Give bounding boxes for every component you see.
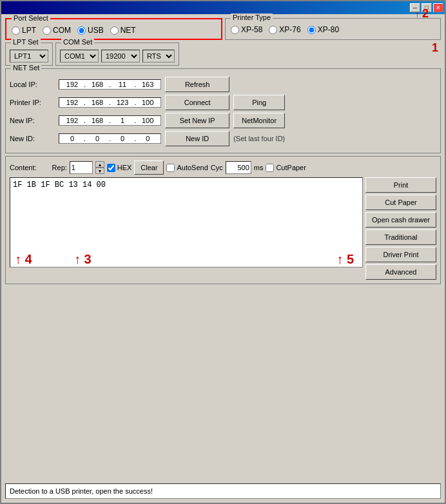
new-ip-oct1[interactable] xyxy=(62,117,82,124)
cyc-label: Cyc xyxy=(211,164,223,171)
port-usb-radio[interactable]: USB xyxy=(77,26,104,35)
main-window: ─ □ ✕ Port Select LPT COM USB xyxy=(0,0,446,504)
auto-send-checkbox-label[interactable]: AutoSend xyxy=(166,164,208,172)
new-id-f1[interactable] xyxy=(62,135,82,142)
close-button[interactable]: ✕ xyxy=(433,3,443,12)
content-section: Content: Rep: ▲ ▼ HEX Clear AutoSend Cyc… xyxy=(5,156,441,284)
lpt-select[interactable]: LPT1 xyxy=(10,50,48,63)
clear-button[interactable]: Clear xyxy=(134,160,164,175)
annotation-1: 1 xyxy=(432,41,438,55)
rep-label: Rep: xyxy=(52,164,67,171)
bottom-row: 1F 1B 1F BC 13 14 00 ↑ 4 ↑ 3 ↑ 5 Print C… xyxy=(10,177,436,280)
printer-ip-oct2[interactable] xyxy=(87,99,108,106)
maximize-button[interactable]: □ xyxy=(422,3,432,12)
cut-paper-checkbox-label[interactable]: CutPaper xyxy=(266,164,305,172)
port-net-radio[interactable]: NET xyxy=(110,26,136,35)
baud-rate-select[interactable]: 19200 xyxy=(101,50,140,63)
lpt-set-label: LPT Set xyxy=(11,38,41,46)
new-id-f2[interactable] xyxy=(87,135,108,142)
com-port-select[interactable]: COM1 xyxy=(60,50,99,63)
printer-ip-row: Printer IP: . . . Connect Ping xyxy=(10,95,436,110)
new-id-f4[interactable] xyxy=(137,135,158,142)
new-ip-label: New IP: xyxy=(10,117,55,124)
printer-xp80-radio[interactable]: XP-80 xyxy=(307,25,339,34)
port-select-label: Port Select xyxy=(12,14,50,22)
new-ip-oct4[interactable] xyxy=(137,117,158,124)
advanced-button[interactable]: Advanced xyxy=(365,264,436,280)
ms-label: ms xyxy=(254,164,264,171)
printer-xp76-radio[interactable]: XP-76 xyxy=(269,25,300,34)
local-ip-oct1[interactable] xyxy=(62,81,82,88)
rep-down-button[interactable]: ▼ xyxy=(95,168,104,174)
lpt-com-row: LPT Set LPT1 COM Set COM1 19200 RTS 1 xyxy=(5,43,441,66)
cut-paper-button[interactable]: Cut Paper xyxy=(365,195,436,210)
printer-ip-oct4[interactable] xyxy=(137,99,158,106)
printer-type-group: Printer Type XP-58 XP-76 XP-80 ↑ 2 xyxy=(225,18,441,40)
flow-control-select[interactable]: RTS xyxy=(142,50,175,63)
new-id-row: New ID: . . . New ID (Set last four ID) xyxy=(10,131,436,146)
status-text: Detection to a USB printer, open the suc… xyxy=(10,487,153,495)
com-set-group: COM Set COM1 19200 RTS xyxy=(55,43,179,66)
local-ip-oct3[interactable] xyxy=(112,81,133,88)
driver-print-button[interactable]: Driver Print xyxy=(365,247,436,262)
com-set-label: COM Set xyxy=(61,38,94,46)
open-cash-drawer-button[interactable]: Open cash drawer xyxy=(365,212,436,228)
printer-type-label: Printer Type xyxy=(231,14,273,21)
printer-ip-input-group: . . . xyxy=(59,97,161,108)
printer-ip-oct3[interactable] xyxy=(112,99,133,106)
port-lpt-radio[interactable]: LPT xyxy=(12,26,36,35)
new-id-f3[interactable] xyxy=(112,135,133,142)
refresh-button[interactable]: Refresh xyxy=(165,77,229,92)
content-textarea[interactable]: 1F 1B 1F BC 13 14 00 xyxy=(10,177,363,267)
local-ip-oct2[interactable] xyxy=(87,81,108,88)
new-id-button[interactable]: New ID xyxy=(165,131,229,146)
set-last-four-label: (Set last four ID) xyxy=(233,135,285,142)
printer-type-radio-row: XP-58 XP-76 XP-80 xyxy=(231,25,435,34)
content-controls-row: Content: Rep: ▲ ▼ HEX Clear AutoSend Cyc… xyxy=(10,160,436,175)
content-label: Content: xyxy=(10,164,37,171)
local-ip-label: Local IP: xyxy=(10,81,55,88)
net-set-label: NET Set xyxy=(11,64,41,72)
new-ip-oct2[interactable] xyxy=(87,117,108,124)
port-printer-row: Port Select LPT COM USB NET xyxy=(5,18,441,40)
new-ip-row: New IP: . . . Set New IP NetMonitor xyxy=(10,113,436,128)
port-com-radio[interactable]: COM xyxy=(43,26,71,35)
local-ip-oct4[interactable] xyxy=(137,81,158,88)
cut-paper-checkbox[interactable] xyxy=(266,164,274,172)
window-content: Port Select LPT COM USB NET xyxy=(1,14,445,291)
title-bar: ─ □ ✕ xyxy=(1,1,445,14)
action-buttons-column: Print Cut Paper Open cash drawer Traditi… xyxy=(365,177,436,280)
new-id-input-group: . . . xyxy=(59,133,161,144)
port-radio-row: LPT COM USB NET xyxy=(12,26,216,35)
printer-ip-oct1[interactable] xyxy=(62,99,82,106)
hex-checkbox-label[interactable]: HEX xyxy=(107,164,132,172)
auto-send-checkbox[interactable] xyxy=(166,164,175,172)
rep-input[interactable] xyxy=(70,161,93,174)
textarea-container: 1F 1B 1F BC 13 14 00 ↑ 4 ↑ 3 ↑ 5 xyxy=(10,177,363,280)
connect-button[interactable]: Connect xyxy=(165,95,229,110)
printer-ip-label: Printer IP: xyxy=(10,99,55,106)
local-ip-row: Local IP: . . . Refresh xyxy=(10,77,436,92)
lpt-set-group: LPT Set LPT1 xyxy=(5,43,53,66)
net-monitor-button[interactable]: NetMonitor xyxy=(233,113,285,128)
new-ip-oct3[interactable] xyxy=(112,117,133,124)
new-id-label: New ID: xyxy=(10,135,55,142)
hex-checkbox[interactable] xyxy=(107,164,115,172)
rep-spinner: ▲ ▼ xyxy=(95,161,104,174)
local-ip-input-group: . . . xyxy=(59,79,161,90)
port-select-group: Port Select LPT COM USB NET xyxy=(5,18,222,40)
print-button[interactable]: Print xyxy=(365,177,436,193)
traditional-button[interactable]: Traditional xyxy=(365,229,436,245)
set-new-ip-button[interactable]: Set New IP xyxy=(165,113,229,128)
minimize-button[interactable]: ─ xyxy=(410,3,420,12)
title-bar-buttons: ─ □ ✕ xyxy=(410,3,443,12)
new-ip-input-group: . . . xyxy=(59,115,161,126)
ping-button[interactable]: Ping xyxy=(233,95,285,110)
status-bar: Detection to a USB printer, open the suc… xyxy=(5,483,441,499)
rep-up-button[interactable]: ▲ xyxy=(95,161,104,168)
net-set-group: NET Set Local IP: . . . Refresh Printer … xyxy=(5,68,441,153)
printer-xp58-radio[interactable]: XP-58 xyxy=(231,25,262,34)
ms-input[interactable] xyxy=(226,161,251,174)
